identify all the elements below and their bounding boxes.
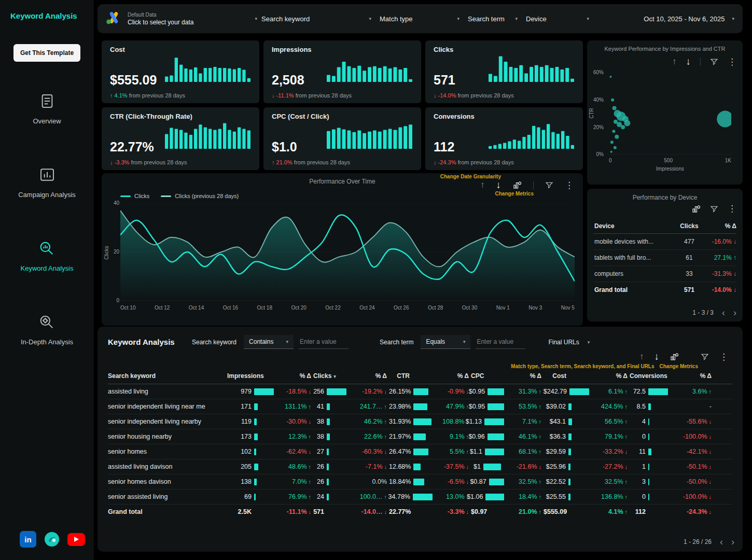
chevron-right-icon[interactable]: ›: [731, 537, 734, 547]
delta-cell: -27.2%↓: [589, 463, 630, 470]
delta-cell: 32.5%↑: [504, 478, 544, 485]
column-header[interactable]: % Δ: [275, 372, 313, 380]
term-value-input[interactable]: [476, 335, 525, 349]
more-options-icon[interactable]: ⋮: [728, 203, 736, 214]
select-value: Final URLs: [548, 339, 579, 346]
column-header[interactable]: % Δ: [589, 372, 630, 380]
column-header[interactable]: % Δ: [706, 222, 736, 230]
change-metrics-icon[interactable]: [670, 352, 679, 361]
chevron-right-icon[interactable]: ›: [733, 308, 736, 317]
value-bar: [488, 433, 504, 440]
kpi-delta-row: ↓ -14.0% from previous 28 days: [434, 92, 514, 99]
metric-cell: 22.77%: [389, 508, 433, 515]
keyword-cell: assisted living: [108, 388, 227, 395]
trend-arrow-icon: ↑: [625, 418, 628, 425]
more-options-icon[interactable]: ⋮: [719, 352, 728, 362]
more-options-icon[interactable]: ⋮: [728, 57, 736, 67]
metric-cell: 21.97%: [389, 433, 433, 440]
sidebar-item-overview[interactable]: Overview: [33, 93, 61, 125]
device-clicks: 33: [672, 270, 706, 277]
change-metrics-icon[interactable]: [512, 180, 522, 190]
get-template-button[interactable]: Get This Template: [13, 44, 80, 62]
grand-total-row: Grand total2.5K-11.1%↓571-14.0…↓22.77%-3…: [108, 505, 732, 519]
column-header[interactable]: Clicks: [672, 222, 706, 230]
final-urls-select[interactable]: Final URLs ▾: [548, 339, 590, 346]
filter-icon[interactable]: [701, 353, 709, 361]
annotation-change-metrics: Change Metrics: [495, 191, 534, 197]
sort-ascending-icon[interactable]: ↑: [672, 57, 677, 67]
more-options-icon[interactable]: ⋮: [565, 180, 574, 191]
column-header[interactable]: Clicks▾: [313, 372, 347, 380]
header-filter-device[interactable]: Device ▾: [522, 15, 593, 23]
x-axis-label: Impressions: [609, 166, 731, 172]
sort-descending-icon[interactable]: ↓: [686, 56, 691, 67]
brand-logo-icon[interactable]: [44, 531, 60, 548]
value-bar: [568, 479, 570, 485]
keyword-cell: senior homes davison: [108, 478, 227, 485]
trend-arrow-icon: ↓: [309, 449, 312, 455]
sort-descending-icon[interactable]: ↓: [654, 351, 660, 362]
sort-ascending-icon[interactable]: ↑: [639, 352, 644, 362]
header-filter-search-term[interactable]: Search term ▾: [464, 15, 522, 23]
sidebar-item-keyword-analysis[interactable]: Keyword Analysis: [21, 240, 74, 272]
keyword-cell: senior independent living near me: [108, 403, 227, 410]
table-row: senior independent living nearby119-30.0…: [108, 414, 732, 429]
header-filter-search-keyword[interactable]: Search keyword ▾: [257, 15, 375, 23]
trend-arrow-icon: ↑: [625, 479, 628, 485]
column-header[interactable]: Conversions: [630, 372, 669, 380]
delta-cell: -100.0%↓: [669, 433, 714, 440]
delta-cell: -11.1%↓: [275, 508, 313, 515]
metric-cell: 26: [313, 463, 347, 470]
linkedin-icon[interactable]: in: [20, 531, 36, 548]
divider: [533, 181, 534, 189]
column-header[interactable]: % Δ: [433, 372, 471, 380]
keyword-analysis-table-panel: Keyword Analysis Search keyword Contains…: [98, 327, 743, 552]
x-tick-label: Oct 16: [223, 305, 238, 311]
keyword-operator-select[interactable]: Contains ▾: [244, 335, 294, 349]
delta-cell: -: [669, 403, 714, 410]
sidebar-item-in-depth-analysis[interactable]: In-Depth Analysis: [21, 314, 73, 346]
column-header[interactable]: % Δ: [347, 372, 389, 380]
column-header[interactable]: Impressions: [227, 372, 275, 380]
column-header[interactable]: % Δ: [504, 372, 544, 380]
metric-cell: 0: [630, 493, 669, 500]
filter-icon[interactable]: [710, 205, 718, 213]
metric-cell: 138: [227, 478, 275, 485]
magnifier-gear-icon: [38, 314, 55, 332]
value-bar: [254, 403, 258, 410]
caret-down-icon: ▾: [587, 16, 589, 21]
date-range-picker[interactable]: Oct 10, 2025 - Nov 6, 2025 ▾: [644, 15, 734, 23]
google-ads-icon: [106, 11, 121, 26]
delta-cell: -3.3%↓: [433, 508, 471, 515]
kpi-delta-suffix: from previous 28 days: [296, 92, 352, 99]
value-bar: [327, 449, 329, 455]
trend-arrow-icon: ↑: [539, 388, 542, 395]
header-filter-match-type[interactable]: Match type ▾: [375, 15, 464, 23]
keyword-value-input[interactable]: [299, 335, 349, 349]
column-header[interactable]: Cost: [544, 372, 589, 380]
sort-ascending-icon[interactable]: ↑: [480, 180, 485, 190]
data-source-selector[interactable]: Default Data Click to select your data ▾: [106, 11, 257, 26]
column-header[interactable]: CPC: [471, 372, 504, 380]
sidebar-item-label: Keyword Analysis: [21, 264, 74, 272]
y-tick-label: 40%: [590, 97, 604, 103]
chevron-left-icon[interactable]: ‹: [722, 308, 725, 317]
column-header[interactable]: CTR: [389, 372, 433, 380]
sort-descending-icon[interactable]: ↓: [496, 179, 502, 191]
social-links: in: [0, 531, 85, 560]
device-table-row: mobile devices with... 477 -16.0% ↓: [593, 234, 736, 250]
select-value: Equals: [426, 338, 445, 345]
filter-icon[interactable]: [545, 181, 553, 189]
change-metrics-icon[interactable]: [691, 204, 701, 214]
column-header[interactable]: Search keyword: [108, 372, 227, 380]
trend-arrow-icon: ↓: [110, 159, 113, 165]
column-header[interactable]: % Δ: [669, 372, 714, 380]
chevron-left-icon[interactable]: ‹: [720, 537, 723, 547]
table-controls: ↑ ↓ ⋮: [98, 349, 743, 362]
filter-icon[interactable]: [710, 58, 718, 66]
column-header[interactable]: Device: [594, 222, 672, 230]
youtube-icon[interactable]: [67, 533, 85, 546]
term-operator-select[interactable]: Equals ▾: [421, 335, 470, 349]
delta-cell: 13.0%↑: [433, 493, 471, 500]
sidebar-item-campaign-analysis[interactable]: Campaign Analysis: [18, 166, 76, 199]
